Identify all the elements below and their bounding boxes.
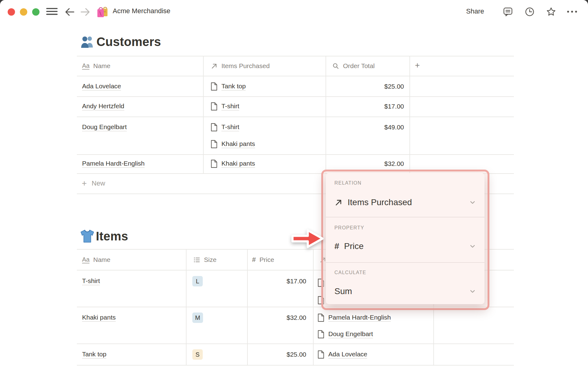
page-link[interactable]: Doug Engelbart bbox=[82, 123, 127, 131]
column-header-label: Name bbox=[93, 256, 110, 263]
forward-button[interactable] bbox=[80, 7, 90, 17]
price-cell[interactable]: $32.00 bbox=[247, 312, 306, 324]
column-header-label: Order Total bbox=[343, 62, 375, 70]
shopping-bags-icon bbox=[96, 5, 109, 18]
table-border bbox=[186, 249, 187, 365]
table-border bbox=[203, 56, 204, 173]
items-heading-text: Items bbox=[96, 229, 128, 243]
customers-heading-text: Customers bbox=[96, 35, 161, 49]
relation-arrow-icon bbox=[334, 198, 343, 207]
order-total-cell[interactable]: $32.00 bbox=[326, 158, 404, 170]
property-select[interactable]: # Price bbox=[334, 240, 477, 253]
table-border bbox=[247, 249, 248, 365]
column-header-price[interactable]: # Price bbox=[252, 254, 274, 266]
new-row-label: New bbox=[92, 179, 105, 187]
column-header-size[interactable]: Size bbox=[193, 254, 217, 266]
rollup-config-popup: RELATION Items Purchased PROPERTY # Pric… bbox=[326, 173, 484, 304]
calculate-value: Sum bbox=[334, 286, 352, 296]
relation-arrow-icon bbox=[211, 63, 218, 70]
page-link[interactable]: Ada Lovelace bbox=[82, 82, 121, 90]
plus-icon: + bbox=[82, 179, 87, 188]
relation-chip[interactable]: Khaki pants bbox=[211, 158, 255, 170]
table-border bbox=[77, 154, 514, 155]
hash-icon: # bbox=[252, 256, 256, 264]
customers-heading: Customers bbox=[80, 34, 161, 50]
page-title[interactable]: Acme Merchandise bbox=[113, 7, 170, 15]
page-link[interactable]: Andy Hertzfeld bbox=[82, 102, 124, 110]
column-header-name[interactable]: Aa Name bbox=[82, 60, 111, 72]
updates-clock-icon bbox=[524, 6, 535, 17]
size-tag[interactable]: S bbox=[192, 349, 203, 360]
relation-chip[interactable]: Pamela Hardt-English bbox=[318, 312, 391, 324]
back-button[interactable] bbox=[65, 7, 75, 17]
page-link[interactable]: Khaki pants bbox=[82, 314, 116, 322]
table-border bbox=[77, 96, 514, 97]
page-link[interactable]: T-shirt bbox=[221, 102, 239, 110]
page-link[interactable]: Tank top bbox=[82, 351, 106, 358]
table-row-name-cell[interactable]: Khaki pants bbox=[82, 312, 116, 324]
page-icon bbox=[318, 330, 324, 339]
table-border bbox=[313, 249, 314, 365]
page-icon bbox=[211, 159, 217, 168]
page-link[interactable]: Tank top bbox=[221, 82, 246, 90]
more-button[interactable] bbox=[567, 9, 578, 14]
size-tag[interactable]: M bbox=[192, 312, 203, 323]
relation-select[interactable]: Items Purchased bbox=[334, 196, 477, 209]
relation-chip[interactable]: T-shirt bbox=[211, 121, 239, 133]
table-row-name-cell[interactable]: Doug Engelbart bbox=[82, 121, 127, 133]
tshirt-icon bbox=[80, 229, 94, 243]
column-header-name[interactable]: Aa Name bbox=[82, 254, 111, 266]
table-border bbox=[77, 365, 514, 366]
column-header-items-purchased[interactable]: Items Purchased bbox=[211, 60, 270, 72]
table-row-name-cell[interactable]: Tank top bbox=[82, 348, 106, 361]
table-border bbox=[409, 56, 410, 173]
relation-chip[interactable]: Ada Lovelace bbox=[318, 348, 367, 361]
forward-arrow-icon bbox=[80, 7, 90, 17]
favorite-button[interactable] bbox=[546, 6, 556, 17]
sidebar-menu-button[interactable] bbox=[46, 8, 58, 15]
page-link[interactable]: T-shirt bbox=[221, 123, 239, 131]
page-link[interactable]: Doug Engelbart bbox=[328, 330, 373, 338]
order-total-cell[interactable]: $49.00 bbox=[326, 121, 404, 133]
order-total-cell[interactable]: $17.00 bbox=[326, 100, 404, 113]
page-icon bbox=[211, 123, 217, 132]
more-ellipsis-icon bbox=[567, 9, 578, 14]
new-row-button[interactable]: + New bbox=[82, 177, 105, 190]
price-cell[interactable]: $25.00 bbox=[247, 348, 306, 361]
size-tag[interactable]: L bbox=[192, 276, 203, 286]
calculate-select[interactable]: Sum bbox=[334, 285, 477, 298]
relation-chip[interactable]: Khaki pants bbox=[211, 138, 255, 150]
page-link[interactable]: Ada Lovelace bbox=[328, 351, 367, 358]
relation-chip[interactable]: Tank top bbox=[211, 80, 246, 93]
zoom-window-button[interactable] bbox=[32, 8, 40, 16]
table-border bbox=[77, 117, 514, 117]
page-link[interactable]: Pamela Hardt-English bbox=[328, 314, 391, 322]
minimize-window-button[interactable] bbox=[20, 8, 27, 16]
page-icon bbox=[318, 313, 324, 322]
page-link[interactable]: Pamela Hardt-English bbox=[82, 160, 145, 168]
add-column-button[interactable]: + bbox=[415, 59, 420, 71]
comments-button[interactable] bbox=[503, 6, 513, 17]
table-border bbox=[77, 343, 514, 344]
relation-chip[interactable]: T-shirt bbox=[211, 100, 239, 113]
table-border bbox=[77, 56, 514, 56]
page-link[interactable]: T-shirt bbox=[82, 277, 100, 285]
order-total-cell[interactable]: $25.00 bbox=[326, 80, 404, 93]
updates-button[interactable] bbox=[524, 6, 535, 17]
table-row-name-cell[interactable]: Andy Hertzfeld bbox=[82, 100, 124, 113]
page-icon bbox=[211, 82, 217, 91]
column-header-order-total[interactable]: Order Total bbox=[332, 60, 375, 72]
table-row-name-cell[interactable]: Pamela Hardt-English bbox=[82, 158, 145, 170]
table-row-name-cell[interactable]: T-shirt bbox=[82, 275, 100, 287]
popup-divider bbox=[326, 217, 484, 217]
page-icon bbox=[318, 350, 324, 359]
share-button[interactable]: Share bbox=[466, 7, 484, 15]
comments-icon bbox=[503, 6, 513, 17]
page-link[interactable]: Khaki pants bbox=[221, 140, 255, 148]
close-window-button[interactable] bbox=[8, 8, 15, 16]
relation-chip[interactable]: Doug Engelbart bbox=[318, 328, 373, 340]
price-cell[interactable]: $17.00 bbox=[247, 275, 306, 287]
table-row-name-cell[interactable]: Ada Lovelace bbox=[82, 80, 121, 93]
page-link[interactable]: Khaki pants bbox=[221, 160, 255, 168]
page-icon bbox=[211, 140, 217, 148]
